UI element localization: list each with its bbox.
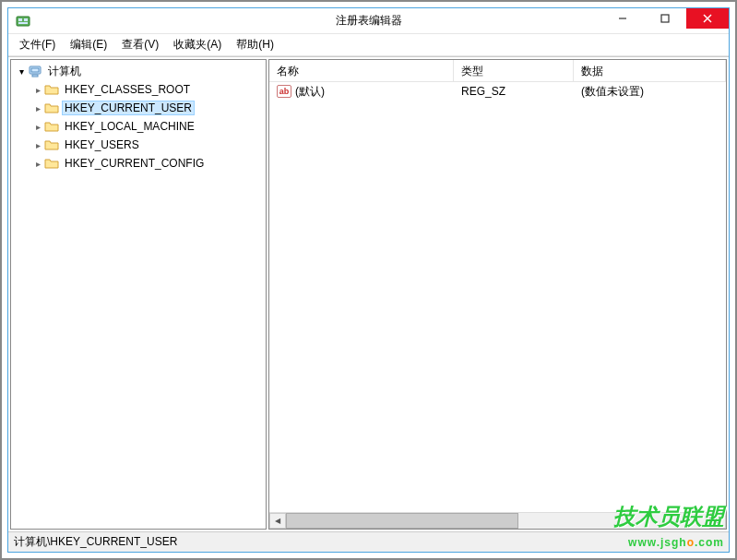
status-path: 计算机\HKEY_CURRENT_USER <box>14 534 177 550</box>
svg-rect-5 <box>661 15 669 22</box>
menu-favorites[interactable]: 收藏夹(A) <box>166 34 229 55</box>
registry-editor-window: 注册表编辑器 文件(F) 编辑(E) 查看(V) 收藏夹(A) 帮助(H) <box>7 7 730 553</box>
cell-name: (默认) <box>295 84 325 100</box>
list-panel: 名称 类型 数据 ab (默认) REG_SZ (数值未设置) <box>268 59 727 530</box>
tree-root-computer[interactable]: ▾ 计算机 <box>11 62 266 80</box>
titlebar: 注册表编辑器 <box>8 8 729 34</box>
tree-item-hkey-current-config[interactable]: ▸ HKEY_CURRENT_CONFIG <box>11 154 266 173</box>
scroll-right-icon[interactable]: ▶ <box>709 513 726 529</box>
tree-label: HKEY_LOCAL_MACHINE <box>62 119 197 134</box>
computer-icon <box>28 64 42 78</box>
tree-label: 计算机 <box>45 63 84 80</box>
window-title: 注册表编辑器 <box>336 13 402 29</box>
expander-icon[interactable]: ▸ <box>31 120 44 133</box>
svg-rect-1 <box>18 18 22 21</box>
close-button[interactable] <box>686 8 729 29</box>
folder-icon <box>44 82 59 97</box>
maximize-button[interactable] <box>644 8 686 29</box>
app-icon <box>16 14 30 29</box>
menu-view[interactable]: 查看(V) <box>114 34 166 55</box>
minimize-button[interactable] <box>601 8 644 29</box>
menu-help[interactable]: 帮助(H) <box>229 34 281 55</box>
scroll-thumb[interactable] <box>286 513 518 529</box>
expander-icon[interactable]: ▸ <box>31 83 44 96</box>
folder-icon <box>44 156 59 171</box>
cell-type: REG_SZ <box>461 85 505 98</box>
tree-item-hkey-current-user[interactable]: ▸ HKEY_CURRENT_USER <box>11 99 266 117</box>
expander-icon[interactable]: ▸ <box>31 157 44 170</box>
column-header-type[interactable]: 类型 <box>454 60 574 81</box>
tree-item-hkey-local-machine[interactable]: ▸ HKEY_LOCAL_MACHINE <box>11 117 266 136</box>
folder-icon <box>44 119 59 134</box>
tree-panel[interactable]: ▾ 计算机 ▸ <box>10 59 267 530</box>
expander-icon[interactable]: ▸ <box>31 138 44 151</box>
svg-rect-3 <box>18 22 28 24</box>
cell-data: (数值未设置) <box>581 84 644 100</box>
tree-label: HKEY_CURRENT_CONFIG <box>62 156 207 171</box>
list-row[interactable]: ab (默认) REG_SZ (数值未设置) <box>269 82 726 101</box>
menubar: 文件(F) 编辑(E) 查看(V) 收藏夹(A) 帮助(H) <box>8 34 729 56</box>
svg-rect-2 <box>24 18 28 21</box>
folder-icon <box>44 137 59 152</box>
tree-label: HKEY_USERS <box>62 137 142 152</box>
horizontal-scrollbar[interactable]: ◀ ▶ <box>269 512 726 529</box>
tree-label: HKEY_CLASSES_ROOT <box>62 82 193 97</box>
list-body[interactable]: ab (默认) REG_SZ (数值未设置) <box>269 82 726 512</box>
menu-edit[interactable]: 编辑(E) <box>63 34 114 55</box>
expander-icon[interactable]: ▾ <box>15 65 28 77</box>
statusbar: 计算机\HKEY_CURRENT_USER <box>8 531 729 552</box>
svg-rect-9 <box>31 68 39 72</box>
column-header-name[interactable]: 名称 <box>269 60 454 81</box>
column-header-data[interactable]: 数据 <box>574 60 726 81</box>
scroll-track[interactable] <box>286 513 709 529</box>
menu-file[interactable]: 文件(F) <box>12 34 63 55</box>
folder-icon <box>44 101 59 115</box>
scroll-left-icon[interactable]: ◀ <box>269 513 286 529</box>
tree-item-hkey-users[interactable]: ▸ HKEY_USERS <box>11 136 266 154</box>
expander-icon[interactable]: ▸ <box>31 101 44 114</box>
string-value-icon: ab <box>277 84 291 99</box>
svg-rect-10 <box>32 75 38 77</box>
tree-item-hkey-classes-root[interactable]: ▸ HKEY_CLASSES_ROOT <box>11 80 266 99</box>
list-header: 名称 类型 数据 <box>269 60 726 82</box>
tree-label: HKEY_CURRENT_USER <box>62 101 195 115</box>
